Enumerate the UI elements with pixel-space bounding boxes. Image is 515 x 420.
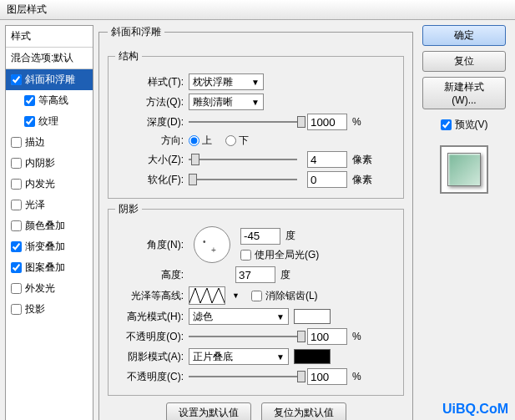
deg-label: 度 xyxy=(285,229,295,243)
chevron-down-icon: ▼ xyxy=(251,78,260,87)
px-label: 像素 xyxy=(352,153,372,167)
blend-options[interactable]: 混合选项:默认 xyxy=(6,48,93,69)
style-item-checkbox[interactable] xyxy=(11,283,22,294)
bevel-emboss-group: 斜面和浮雕 结构 样式(T): 枕状浮雕▼ 方法(Q): 雕刻清晰▼ 深度(D xyxy=(98,25,413,420)
style-item-checkbox[interactable] xyxy=(11,262,22,273)
shading-group: 阴影 角度(N): + • 度 使用全局光(G) xyxy=(108,202,404,396)
titlebar: 图层样式 xyxy=(0,0,515,20)
highlight-opacity-input[interactable] xyxy=(307,328,347,345)
new-style-button[interactable]: 新建样式(W)... xyxy=(422,77,506,109)
style-item-label: 内发光 xyxy=(25,177,55,191)
percent-label: % xyxy=(352,116,361,128)
highlight-mode-dropdown[interactable]: 滤色▼ xyxy=(189,308,289,325)
style-item-checkbox[interactable] xyxy=(11,304,22,315)
shadow-mode-dropdown[interactable]: 正片叠底▼ xyxy=(189,348,289,365)
style-item-label: 投影 xyxy=(25,302,45,316)
style-item-8[interactable]: 渐变叠加 xyxy=(6,236,93,257)
direction-down-radio[interactable]: 下 xyxy=(225,134,249,148)
style-preview-thumbnail xyxy=(440,145,488,194)
altitude-input[interactable] xyxy=(235,266,275,283)
style-item-label: 等高线 xyxy=(38,94,68,108)
style-label: 样式(T): xyxy=(115,75,184,89)
technique-dropdown[interactable]: 雕刻清晰▼ xyxy=(189,94,264,110)
style-item-checkbox[interactable] xyxy=(24,95,35,106)
depth-label: 深度(D): xyxy=(115,115,184,129)
style-item-checkbox[interactable] xyxy=(11,200,22,210)
structure-legend: 结构 xyxy=(115,49,142,63)
reset-button[interactable]: 复位 xyxy=(422,51,506,72)
style-item-checkbox[interactable] xyxy=(11,137,22,148)
style-item-checkbox[interactable] xyxy=(24,116,35,127)
style-item-checkbox[interactable] xyxy=(11,158,22,169)
style-item-2[interactable]: 纹理 xyxy=(6,111,93,132)
style-item-10[interactable]: 外发光 xyxy=(6,278,93,299)
shading-legend: 阴影 xyxy=(115,202,142,216)
shadow-opacity-input[interactable] xyxy=(307,368,347,385)
chevron-down-icon: ▼ xyxy=(251,98,260,107)
structure-group: 结构 样式(T): 枕状浮雕▼ 方法(Q): 雕刻清晰▼ 深度(D): xyxy=(108,49,404,199)
style-dropdown[interactable]: 枕状浮雕▼ xyxy=(189,73,264,90)
soften-input[interactable] xyxy=(307,171,347,188)
antialias-checkbox[interactable]: 消除锯齿(L) xyxy=(251,289,318,303)
style-item-checkbox[interactable] xyxy=(11,241,22,252)
highlight-color-swatch[interactable] xyxy=(294,309,331,324)
chevron-down-icon: ▼ xyxy=(276,312,285,321)
global-light-checkbox[interactable]: 使用全局光(G) xyxy=(240,248,319,262)
gloss-contour-picker[interactable] xyxy=(189,286,225,305)
style-item-1[interactable]: 等高线 xyxy=(6,90,93,111)
style-item-label: 描边 xyxy=(25,135,45,149)
deg-label2: 度 xyxy=(280,268,290,282)
styles-panel: 样式 混合选项:默认 斜面和浮雕等高线纹理描边内阴影内发光光泽颜色叠加渐变叠加图… xyxy=(5,25,93,420)
shadow-opacity-slider[interactable] xyxy=(189,369,297,384)
style-item-label: 光泽 xyxy=(25,198,45,212)
style-item-label: 颜色叠加 xyxy=(25,219,65,233)
style-item-label: 内阴影 xyxy=(25,156,55,170)
direction-up-radio[interactable]: 上 xyxy=(189,134,212,148)
direction-label: 方向: xyxy=(115,134,184,148)
style-item-11[interactable]: 投影 xyxy=(6,299,93,320)
technique-label: 方法(Q): xyxy=(115,95,184,109)
chevron-down-icon: ▼ xyxy=(276,352,285,362)
style-item-9[interactable]: 图案叠加 xyxy=(6,257,93,278)
style-item-6[interactable]: 光泽 xyxy=(6,195,93,215)
angle-dial[interactable]: + • xyxy=(194,226,230,263)
size-input[interactable] xyxy=(307,151,347,168)
px-label2: 像素 xyxy=(352,173,372,187)
watermark: UiBQ.CoM xyxy=(442,402,508,417)
style-item-label: 渐变叠加 xyxy=(25,240,65,254)
soften-slider[interactable] xyxy=(189,172,297,187)
angle-label: 角度(N): xyxy=(115,238,184,252)
chevron-down-icon[interactable]: ▼ xyxy=(232,291,240,300)
styles-header: 样式 xyxy=(6,26,93,48)
highlight-opacity-label: 不透明度(O): xyxy=(115,330,184,344)
style-item-checkbox[interactable] xyxy=(11,179,22,190)
make-default-button[interactable]: 设置为默认值 xyxy=(166,402,251,420)
reset-default-button[interactable]: 复位为默认值 xyxy=(261,402,346,420)
style-item-label: 纹理 xyxy=(38,114,58,129)
altitude-label: 高度: xyxy=(115,268,184,282)
size-label: 大小(Z): xyxy=(115,153,184,167)
preview-checkbox[interactable]: 预览(V) xyxy=(441,118,488,132)
depth-input[interactable] xyxy=(307,114,347,130)
highlight-mode-label: 高光模式(H): xyxy=(115,310,184,324)
shadow-opacity-label: 不透明度(C): xyxy=(115,370,184,384)
shadow-mode-label: 阴影模式(A): xyxy=(115,350,184,364)
style-item-checkbox[interactable] xyxy=(11,74,22,85)
ok-button[interactable]: 确定 xyxy=(422,25,506,46)
gloss-label: 光泽等高线: xyxy=(115,289,184,303)
window-title: 图层样式 xyxy=(7,3,47,17)
style-item-label: 斜面和浮雕 xyxy=(25,73,75,87)
size-slider[interactable] xyxy=(189,152,297,167)
style-item-7[interactable]: 颜色叠加 xyxy=(6,215,93,236)
style-item-checkbox[interactable] xyxy=(11,220,22,231)
shadow-color-swatch[interactable] xyxy=(294,349,331,364)
depth-slider[interactable] xyxy=(189,114,297,129)
style-item-label: 图案叠加 xyxy=(25,261,65,275)
style-item-3[interactable]: 描边 xyxy=(6,132,93,153)
style-item-label: 外发光 xyxy=(25,281,55,296)
style-item-5[interactable]: 内发光 xyxy=(6,174,93,195)
angle-input[interactable] xyxy=(240,228,280,245)
highlight-opacity-slider[interactable] xyxy=(189,329,297,344)
style-item-0[interactable]: 斜面和浮雕 xyxy=(6,69,93,90)
style-item-4[interactable]: 内阴影 xyxy=(6,153,93,174)
